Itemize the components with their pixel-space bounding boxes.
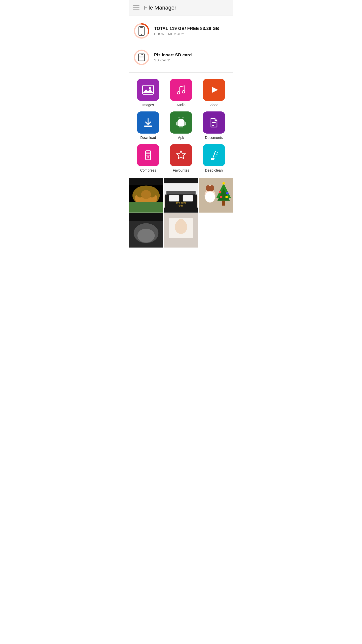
gallery-image-5 xyxy=(164,213,198,248)
category-deepclean[interactable]: Deep clean xyxy=(199,144,229,172)
photo-gallery: 100 days y'all xyxy=(129,178,233,248)
audio-icon-bg xyxy=(170,79,192,101)
gallery-image-dog xyxy=(129,178,163,213)
category-images[interactable]: Images xyxy=(133,79,163,107)
phone-memory-label: PHONE MEMORY xyxy=(154,32,219,36)
compress-icon-bg: % xyxy=(137,144,159,166)
documents-label: Documents xyxy=(205,136,223,140)
category-favourites[interactable]: Favourites xyxy=(166,144,196,172)
phone-memory-icon xyxy=(133,22,150,39)
svg-point-40 xyxy=(215,156,216,157)
menu-button[interactable] xyxy=(133,6,140,10)
svg-point-81 xyxy=(177,219,185,228)
sd-card-label: SD CARD xyxy=(154,58,192,62)
svg-text:100 days: 100 days xyxy=(176,201,186,204)
gallery-item[interactable] xyxy=(199,178,233,213)
audio-icon xyxy=(175,84,187,96)
apk-icon-bg xyxy=(170,111,192,134)
categories-grid: Images Audio Video xyxy=(129,73,233,175)
phone-memory-row[interactable]: TOTAL 119 GB/ FREE 83.28 GB PHONE MEMORY xyxy=(133,20,229,42)
compress-icon: % xyxy=(142,149,154,161)
video-icon-bg xyxy=(203,79,225,101)
svg-rect-13 xyxy=(143,85,154,94)
sd-card-text: Plz Insert SD card SD CARD xyxy=(154,53,192,62)
svg-point-38 xyxy=(216,154,217,155)
category-download[interactable]: Download xyxy=(133,111,163,140)
svg-rect-75 xyxy=(129,213,163,221)
svg-point-4 xyxy=(141,34,142,35)
download-icon xyxy=(142,116,154,129)
svg-point-15 xyxy=(182,91,185,93)
download-label: Download xyxy=(140,136,156,140)
download-icon-bg xyxy=(137,111,159,134)
deepclean-icon-bg xyxy=(203,144,225,166)
images-icon-bg xyxy=(137,79,159,101)
phone-memory-total: TOTAL 119 GB/ FREE 83.28 GB xyxy=(154,26,219,31)
svg-point-14 xyxy=(177,92,180,94)
video-icon xyxy=(208,84,220,96)
svg-marker-35 xyxy=(176,151,186,159)
svg-rect-49 xyxy=(129,202,163,213)
svg-rect-56 xyxy=(169,195,179,202)
phone-memory-text: TOTAL 119 GB/ FREE 83.28 GB PHONE MEMORY xyxy=(154,26,219,36)
svg-point-37 xyxy=(211,158,215,159)
documents-icon-bg xyxy=(203,111,225,134)
star-icon xyxy=(175,149,187,161)
category-apk[interactable]: Apk xyxy=(166,111,196,140)
gallery-item[interactable] xyxy=(164,213,198,248)
svg-point-64 xyxy=(222,182,225,185)
app-title: File Manager xyxy=(144,5,176,11)
gallery-item[interactable] xyxy=(129,178,163,213)
svg-rect-54 xyxy=(166,191,196,194)
favourites-icon-bg xyxy=(170,144,192,166)
svg-point-77 xyxy=(138,229,155,243)
gallery-item[interactable]: 100 days y'all xyxy=(164,178,198,213)
apk-icon xyxy=(175,116,187,129)
images-label: Images xyxy=(142,103,154,107)
svg-point-67 xyxy=(220,196,222,198)
svg-point-12 xyxy=(149,87,151,89)
category-compress[interactable]: % Compress xyxy=(133,144,163,172)
sd-card-row[interactable]: Plz Insert SD card SD CARD xyxy=(133,47,229,68)
svg-point-39 xyxy=(217,152,218,153)
gallery-image-4 xyxy=(129,213,163,248)
sd-card-total: Plz Insert SD card xyxy=(154,53,192,58)
gallery-image-bed: 100 days y'all xyxy=(164,178,198,213)
grid-container: Images Audio Video xyxy=(133,79,229,172)
audio-label: Audio xyxy=(176,103,186,107)
favourites-label: Favourites xyxy=(173,168,189,172)
video-label: Video xyxy=(209,103,218,107)
svg-rect-52 xyxy=(164,208,198,213)
svg-point-72 xyxy=(209,185,214,191)
svg-rect-51 xyxy=(164,178,198,183)
svg-point-73 xyxy=(205,191,215,202)
compress-label: Compress xyxy=(140,168,156,172)
image-icon xyxy=(142,84,154,96)
phone-memory-section: TOTAL 119 GB/ FREE 83.28 GB PHONE MEMORY xyxy=(129,16,233,44)
category-documents[interactable]: Documents xyxy=(199,111,229,140)
svg-point-65 xyxy=(219,191,221,193)
svg-line-25 xyxy=(178,117,179,118)
sd-card-section: Plz Insert SD card SD CARD xyxy=(129,44,233,73)
svg-text:%: % xyxy=(147,156,149,159)
svg-line-26 xyxy=(183,117,184,118)
svg-line-18 xyxy=(180,86,185,87)
svg-rect-57 xyxy=(183,195,193,202)
svg-rect-20 xyxy=(144,126,152,127)
app-header: File Manager xyxy=(129,0,233,16)
gallery-image-xmas xyxy=(199,178,233,213)
category-audio[interactable]: Audio xyxy=(166,79,196,107)
broom-icon xyxy=(208,149,220,161)
apk-label: Apk xyxy=(178,136,184,140)
svg-point-66 xyxy=(226,192,229,194)
svg-rect-63 xyxy=(222,201,225,206)
svg-text:y'all: y'all xyxy=(179,204,184,207)
svg-point-68 xyxy=(225,196,228,198)
gallery-item[interactable] xyxy=(129,213,163,248)
category-video[interactable]: Video xyxy=(199,79,229,107)
deepclean-label: Deep clean xyxy=(205,168,223,172)
svg-rect-42 xyxy=(129,178,163,185)
sd-card-icon xyxy=(133,49,150,66)
svg-marker-19 xyxy=(212,87,218,93)
document-icon xyxy=(208,116,220,129)
